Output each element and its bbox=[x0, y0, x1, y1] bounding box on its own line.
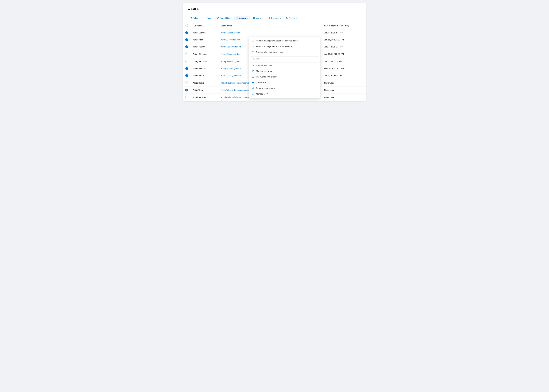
svg-point-13 bbox=[253, 46, 253, 47]
filter-icon bbox=[217, 17, 219, 19]
cell-fullname: Aaron Kegley bbox=[190, 43, 218, 50]
login-link[interactable]: Aaron.Stack@democo bbox=[221, 75, 252, 77]
toolbar: Reload Reset Report filters bbox=[183, 14, 366, 22]
login-link[interactable]: Aaron.Deacon@demo bbox=[221, 32, 252, 34]
row-checkbox[interactable] bbox=[185, 67, 188, 70]
row-checkbox[interactable] bbox=[185, 45, 188, 48]
cell-activity: Jan 15, 2021 3:30 PM bbox=[322, 36, 366, 43]
login-link[interactable]: Abbey.Sowells@demo bbox=[221, 68, 252, 70]
reset-icon bbox=[204, 17, 206, 19]
dropdown-item-password-never-expires-label: Password never expires bbox=[256, 76, 277, 78]
plus-icon bbox=[252, 81, 254, 84]
row-checkbox[interactable] bbox=[185, 31, 188, 34]
columns-icon bbox=[268, 17, 270, 19]
row-checkbox[interactable] bbox=[185, 81, 188, 84]
report-filters-button[interactable]: Report filters bbox=[215, 16, 233, 20]
gear-icon-4 bbox=[252, 93, 254, 95]
col-activity-header: Last Microsoft 365 activity bbox=[322, 22, 366, 29]
svg-point-22 bbox=[253, 94, 253, 94]
reload-icon bbox=[190, 17, 192, 19]
dropdown-item-perform-selected[interactable]: Perform management action for selected i… bbox=[249, 38, 320, 44]
manage-button[interactable]: Manage ⌄ bbox=[234, 16, 250, 20]
col-extra2-header: ↑↓ bbox=[294, 22, 322, 29]
dropdown-search-input[interactable] bbox=[251, 56, 318, 61]
cell-col3 bbox=[272, 29, 294, 36]
columns-button[interactable]: Columns ⌄ bbox=[266, 16, 283, 20]
clock-icon bbox=[252, 76, 254, 78]
dropdown-item-manage-password-label: Manage password bbox=[256, 70, 272, 72]
cell-fullname: Abdul Badame bbox=[190, 94, 218, 101]
main-container: Users Reload Reset bbox=[183, 3, 366, 101]
page-title: Users bbox=[183, 3, 366, 14]
dropdown-item-password-never-expires[interactable]: Password never expires bbox=[249, 74, 320, 80]
cell-activity: Never used bbox=[322, 87, 366, 94]
svg-point-14 bbox=[253, 52, 253, 52]
columns-chevron: ⌄ bbox=[280, 17, 281, 19]
login-link[interactable]: Abbie.Suskin@democompany.com bbox=[221, 82, 252, 84]
svg-point-12 bbox=[253, 41, 253, 41]
row-checkbox[interactable] bbox=[185, 89, 188, 91]
dropdown-item-execute-workflow-all[interactable]: Execute Workflow for all items bbox=[249, 49, 320, 55]
col-fullname-header: Full name ↑↓ bbox=[190, 22, 218, 29]
select-all-checkbox[interactable] bbox=[185, 24, 188, 27]
login-link[interactable]: AaronJules@democo bbox=[221, 39, 252, 41]
cell-fullname: Aaron Deacon bbox=[190, 29, 218, 36]
dropdown-item-manage-password[interactable]: Manage password bbox=[249, 68, 320, 74]
svg-point-3 bbox=[236, 18, 237, 18]
login-link[interactable]: Aaron.Kegley@demod bbox=[221, 46, 252, 48]
dropdown-item-perform-selected-label: Perform management action for selected i… bbox=[256, 40, 298, 42]
row-checkbox[interactable] bbox=[185, 60, 188, 63]
manage-chevron: ⌄ bbox=[247, 17, 248, 19]
col-extra1-header bbox=[272, 22, 294, 29]
table-area: Full name ↑↓ Login name ↑↓ Last Microsof… bbox=[183, 22, 366, 101]
dropdown-item-manage-mfa-label: Manage MFA bbox=[256, 93, 268, 95]
svg-rect-15 bbox=[252, 71, 254, 72]
cell-activity: Jul 2, 2020 2:15 PM bbox=[322, 58, 366, 65]
login-link[interactable]: Abbie.Toboz@democompany.com bbox=[221, 89, 252, 91]
login-link[interactable]: Abdul.Badame@democompany.com bbox=[221, 96, 252, 98]
lock-icon bbox=[252, 70, 254, 72]
dropdown-item-create-user[interactable]: Create user bbox=[249, 80, 320, 85]
col-checkbox-header bbox=[183, 22, 190, 29]
manage-icon bbox=[236, 17, 238, 19]
dropdown-item-manage-mfa[interactable]: Manage MFA bbox=[249, 91, 320, 97]
cell-fullname: Abbey Stack bbox=[190, 72, 218, 79]
columns-label: Columns bbox=[271, 17, 279, 19]
cell-fullname: Abbey Sowells bbox=[190, 65, 218, 72]
svg-point-5 bbox=[253, 17, 255, 19]
reset-button[interactable]: Reset bbox=[202, 16, 214, 20]
reload-label: Reload bbox=[193, 17, 199, 19]
actions-icon bbox=[285, 17, 288, 19]
reload-button[interactable]: Reload bbox=[188, 16, 201, 20]
dropdown-item-execute-workflow[interactable]: Execute Workflow bbox=[249, 63, 320, 68]
dropdown-item-execute-workflow-label: Execute Workflow bbox=[256, 64, 272, 66]
cell-col4 bbox=[294, 29, 322, 36]
login-link[interactable]: Abbey.Clementi@dem bbox=[221, 53, 252, 55]
views-label: Views bbox=[256, 17, 261, 19]
row-checkbox[interactable] bbox=[185, 38, 188, 41]
cell-activity: Jun 16, 2020 5:00 PM bbox=[322, 50, 366, 58]
views-icon bbox=[253, 17, 255, 19]
row-checkbox[interactable] bbox=[185, 74, 188, 77]
svg-marker-1 bbox=[205, 17, 205, 19]
fullname-sort-icon[interactable]: ↑↓ bbox=[203, 25, 205, 27]
login-link[interactable]: Abbey.Peatross@dem bbox=[221, 60, 252, 63]
extra2-sort-icon[interactable]: ↑↓ bbox=[297, 25, 298, 27]
actions-button[interactable]: Actions ⌄ bbox=[284, 16, 299, 20]
gear-icon-3 bbox=[252, 51, 254, 54]
report-filters-label: Report filters bbox=[220, 17, 231, 19]
row-checkbox[interactable] bbox=[185, 96, 188, 98]
dropdown-item-remove-sessions[interactable]: Remove user sessions bbox=[249, 85, 320, 91]
cell-fullname: Abbie Toboz bbox=[190, 87, 218, 94]
dropdown-item-create-user-label: Create user bbox=[256, 81, 266, 84]
cell-activity: Never used bbox=[322, 79, 366, 87]
row-checkbox[interactable] bbox=[185, 52, 188, 55]
actions-label: Actions bbox=[289, 17, 295, 19]
manage-label: Manage bbox=[239, 17, 246, 19]
views-button[interactable]: Views ⌄ bbox=[251, 16, 265, 20]
cell-fullname: Aaron Jules bbox=[190, 36, 218, 43]
trash-icon bbox=[252, 87, 254, 90]
cell-login[interactable]: Aaron.Deacon@demo bbox=[218, 29, 272, 36]
dropdown-item-execute-workflow-all-label: Execute Workflow for all items bbox=[256, 51, 283, 53]
dropdown-item-perform-all[interactable]: Perform management action for all items bbox=[249, 44, 320, 49]
